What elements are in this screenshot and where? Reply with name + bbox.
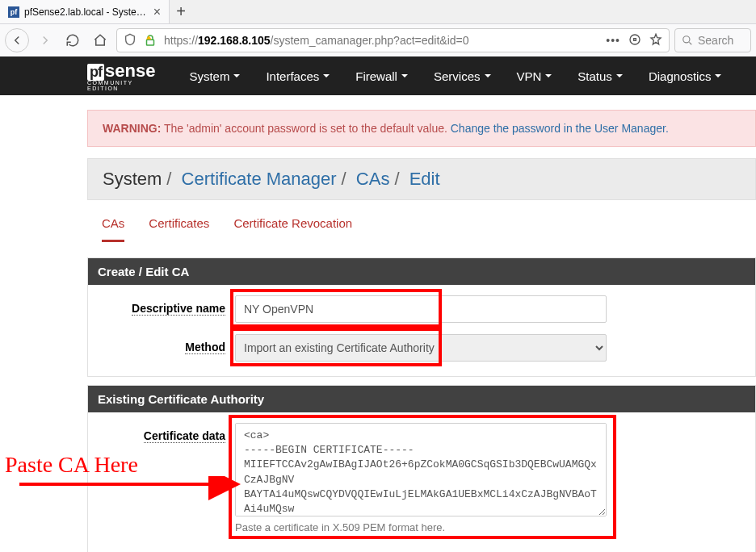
menu-system[interactable]: System: [178, 56, 251, 95]
chevron-down-icon: [323, 74, 330, 77]
back-button[interactable]: [5, 28, 29, 52]
panel-existing-ca: Existing Certificate Authority Certifica…: [87, 385, 756, 552]
svg-rect-0: [147, 40, 154, 45]
label-descriptive-name: Descriptive name: [132, 302, 225, 316]
chevron-down-icon: [233, 74, 240, 77]
bookmark-icon[interactable]: [649, 33, 662, 48]
lock-warning-icon: [143, 33, 158, 48]
search-placeholder: Search: [698, 34, 733, 47]
browser-tab[interactable]: pf pfSense2.lab.local - System: Ce ×: [0, 0, 170, 23]
menu-status[interactable]: Status: [566, 56, 634, 95]
breadcrumb-root: System: [103, 169, 162, 189]
reader-icon[interactable]: [628, 33, 641, 48]
menu-firewall[interactable]: Firewall: [344, 56, 419, 95]
label-certificate-data: Certificate data: [144, 429, 225, 443]
svg-point-2: [630, 35, 640, 44]
help-certificate-data: Paste a certificate in X.509 PEM format …: [235, 521, 746, 533]
warning-label: WARNING:: [103, 122, 161, 135]
tab-cas[interactable]: CAs: [102, 216, 124, 242]
menu-vpn[interactable]: VPN: [506, 56, 564, 95]
panel-create-edit-ca: Create / Edit CA Descriptive name Method…: [87, 257, 756, 377]
chevron-down-icon: [715, 74, 721, 77]
chevron-down-icon: [401, 74, 408, 77]
pfsense-navbar: pf sense COMMUNITY EDITION System Interf…: [0, 56, 756, 95]
tab-bar: pf pfSense2.lab.local - System: Ce × +: [0, 0, 756, 24]
logo-sense: sense: [105, 61, 155, 82]
browser-chrome: pf pfSense2.lab.local - System: Ce × +: [0, 0, 756, 56]
browser-search-box[interactable]: Search: [674, 28, 751, 52]
tab-certificates[interactable]: Certificates: [149, 216, 209, 242]
certificate-data-textarea[interactable]: [235, 423, 607, 516]
close-icon[interactable]: ×: [153, 6, 161, 19]
shield-icon: [124, 33, 136, 48]
url-text: https://192.168.8.105/system_camanager.p…: [164, 34, 469, 47]
logo-edition: COMMUNITY EDITION: [87, 80, 155, 91]
new-tab-button[interactable]: +: [170, 1, 192, 23]
chevron-down-icon: [616, 74, 623, 77]
method-select[interactable]: Import an existing Certificate Authority: [235, 334, 607, 362]
search-icon: [682, 35, 693, 46]
breadcrumb-cert-manager[interactable]: Certificate Manager: [182, 169, 337, 189]
browser-nav-bar: https://192.168.8.105/system_camanager.p…: [0, 24, 756, 56]
warning-text: The 'admin' account password is set to t…: [161, 122, 450, 135]
tab-favicon: pf: [8, 6, 19, 18]
label-method: Method: [185, 341, 225, 354]
menu-diagnostics[interactable]: Diagnostics: [637, 56, 733, 95]
more-icon[interactable]: •••: [606, 34, 620, 47]
warning-alert: WARNING: The 'admin' account password is…: [87, 110, 756, 147]
breadcrumb-cas[interactable]: CAs: [356, 169, 390, 189]
menu-services[interactable]: Services: [422, 56, 502, 95]
chevron-down-icon: [485, 74, 491, 77]
breadcrumb-edit[interactable]: Edit: [410, 169, 440, 189]
url-bar[interactable]: https://192.168.8.105/system_camanager.p…: [116, 28, 670, 52]
tab-title: pfSense2.lab.local - System: Ce: [24, 6, 149, 18]
svg-point-4: [683, 36, 690, 43]
chevron-down-icon: [545, 74, 552, 77]
reload-button[interactable]: [61, 29, 84, 52]
logo-pf: pf: [87, 64, 104, 81]
svg-rect-3: [634, 38, 636, 40]
home-button[interactable]: [89, 29, 111, 52]
tab-cert-revocation[interactable]: Certificate Revocation: [233, 216, 352, 242]
svg-marker-1: [146, 36, 152, 40]
pfsense-logo[interactable]: pf sense COMMUNITY EDITION: [87, 61, 155, 91]
panel-heading-create-edit: Create / Edit CA: [88, 258, 755, 285]
panel-heading-existing-ca: Existing Certificate Authority: [88, 386, 755, 412]
breadcrumb: System/ Certificate Manager/ CAs/ Edit: [87, 158, 756, 200]
warning-link[interactable]: Change the password in the User Manager.: [451, 122, 669, 135]
menu-interfaces[interactable]: Interfaces: [254, 56, 341, 95]
descriptive-name-input[interactable]: [235, 295, 607, 323]
forward-button[interactable]: [34, 29, 57, 52]
tabs: CAs Certificates Certificate Revocation: [87, 200, 756, 243]
